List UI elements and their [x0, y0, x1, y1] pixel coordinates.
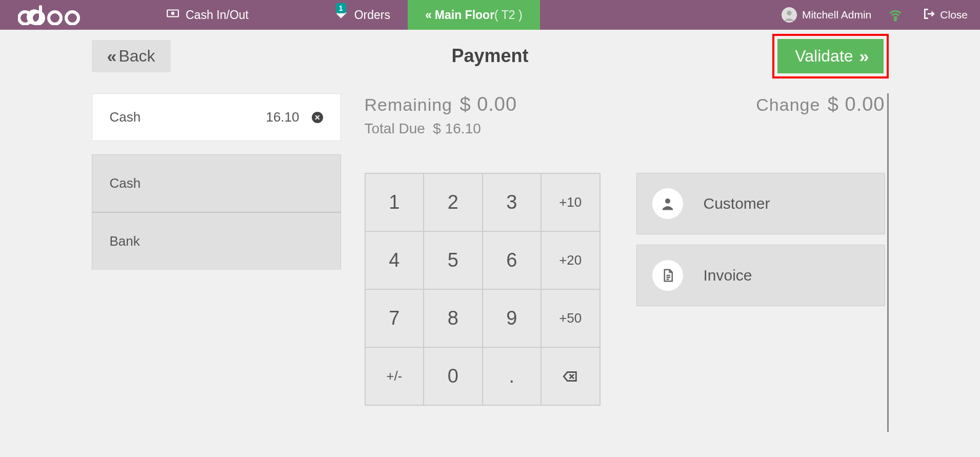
- key-backspace[interactable]: [541, 347, 600, 405]
- orders-badge: 1: [336, 3, 346, 13]
- orders-label: Orders: [354, 8, 390, 22]
- close-button[interactable]: Close: [910, 7, 980, 23]
- key-plus20[interactable]: +20: [541, 231, 600, 289]
- total-due-label: Total Due: [365, 121, 425, 136]
- payment-line[interactable]: Cash 16.10 ✕: [92, 93, 341, 141]
- change-label: Change: [756, 95, 820, 114]
- key-6[interactable]: 6: [483, 231, 542, 289]
- wifi-icon: [888, 8, 903, 22]
- svg-point-5: [171, 12, 175, 15]
- invoice-button[interactable]: Invoice: [636, 245, 885, 306]
- total-due-value: $ 16.10: [433, 121, 481, 136]
- key-1[interactable]: 1: [365, 173, 424, 231]
- chevron-left-icon: «: [107, 46, 114, 66]
- delete-line-icon[interactable]: ✕: [312, 112, 323, 123]
- payment-method-bank[interactable]: Bank: [92, 212, 341, 270]
- svg-point-2: [49, 12, 61, 24]
- key-dot[interactable]: .: [483, 347, 542, 405]
- validate-label: Validate: [795, 47, 853, 66]
- svg-point-3: [66, 12, 78, 24]
- invoice-label: Invoice: [704, 267, 752, 284]
- key-plus10[interactable]: +10: [541, 173, 600, 231]
- key-9[interactable]: 9: [483, 289, 542, 347]
- key-7[interactable]: 7: [365, 289, 424, 347]
- key-4[interactable]: 4: [365, 231, 424, 289]
- validate-highlight: Validate »: [772, 34, 888, 78]
- key-5[interactable]: 5: [424, 231, 483, 289]
- key-8[interactable]: 8: [424, 289, 483, 347]
- method-label: Bank: [110, 233, 140, 249]
- floor-button[interactable]: « Main Floor( T2 ): [408, 0, 540, 30]
- close-label: Close: [940, 9, 968, 21]
- key-0[interactable]: 0: [424, 347, 483, 405]
- invoice-icon: [652, 260, 683, 291]
- payment-method-cash[interactable]: Cash: [92, 154, 341, 212]
- user-menu[interactable]: Mitchell Admin: [772, 7, 881, 23]
- orders-button[interactable]: 1 Orders: [317, 0, 408, 30]
- remaining-label: Remaining: [365, 95, 453, 114]
- numeric-keypad: 1 2 3 +10 4 5 6 +20 7 8 9 +50 +/- 0 .: [365, 173, 601, 406]
- method-label: Cash: [110, 175, 141, 191]
- key-3[interactable]: 3: [483, 173, 542, 231]
- svg-point-10: [665, 198, 670, 204]
- key-plus50[interactable]: +50: [541, 289, 600, 347]
- payment-line-method: Cash: [110, 109, 141, 125]
- payment-line-amount: 16.10: [266, 109, 299, 125]
- back-button[interactable]: « Back: [92, 40, 171, 72]
- floor-label: Main Floor: [435, 8, 494, 22]
- svg-point-8: [787, 11, 791, 15]
- key-2[interactable]: 2: [424, 173, 483, 231]
- backspace-icon: [562, 368, 579, 385]
- change-value: $ 0.00: [828, 93, 885, 115]
- customer-label: Customer: [704, 195, 770, 212]
- chevron-left-icon: «: [425, 8, 429, 22]
- odoo-logo: [0, 0, 103, 30]
- floor-table: ( T2 ): [494, 8, 523, 22]
- cash-in-out-button[interactable]: Cash In/Out: [149, 0, 266, 30]
- signout-icon: [923, 7, 936, 23]
- validate-button[interactable]: Validate »: [777, 39, 883, 73]
- cash-label: Cash In/Out: [186, 8, 249, 22]
- avatar: [782, 7, 797, 23]
- customer-button[interactable]: Customer: [636, 173, 885, 234]
- remaining-value: $ 0.00: [459, 93, 517, 115]
- customer-icon: [652, 188, 683, 219]
- user-name: Mitchell Admin: [802, 9, 871, 21]
- chevron-right-icon: »: [859, 46, 866, 66]
- svg-point-9: [895, 19, 897, 21]
- cash-icon: [166, 7, 179, 23]
- back-label: Back: [118, 47, 155, 66]
- key-sign[interactable]: +/-: [365, 347, 424, 405]
- page-title: Payment: [451, 45, 528, 67]
